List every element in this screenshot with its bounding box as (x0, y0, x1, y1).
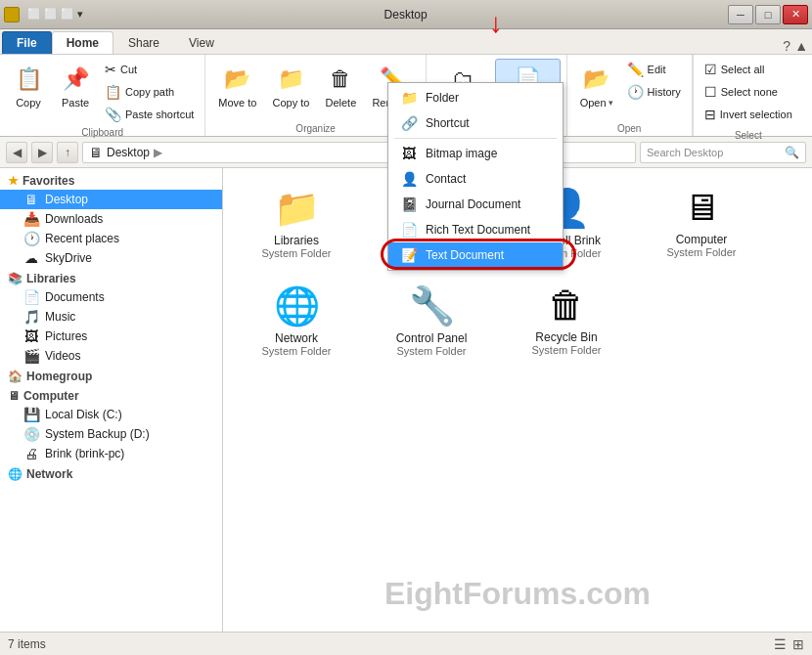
item-network[interactable]: 🌐 Network System Folder (233, 276, 360, 366)
libraries-section: 📚 Libraries 📄 Documents 🎵 Music 🖼 Pictur… (0, 270, 222, 366)
network-section: 🌐 Network (0, 465, 222, 483)
organize-label: Organize (295, 123, 336, 134)
copy-path-icon: 📋 (105, 84, 121, 100)
rich-text-icon: 📄 (400, 222, 418, 238)
main-area: ★ Favorites 🖥 Desktop 📥 Downloads 🕐 Rece… (0, 168, 812, 632)
sidebar-item-desktop[interactable]: 🖥 Desktop (0, 190, 222, 209)
maximize-button[interactable]: □ (755, 5, 781, 24)
recent-places-icon: 🕐 (23, 231, 39, 246)
copy-path-button[interactable]: 📋 Copy path (100, 81, 199, 103)
music-label: Music (45, 310, 75, 324)
path-text: Desktop (107, 146, 150, 159)
collapse-icon[interactable]: ▲ (794, 38, 808, 54)
open-button[interactable]: 📂 Open ▾ (573, 59, 620, 113)
window-icon (4, 7, 20, 22)
copy-to-icon: 📁 (275, 64, 306, 95)
open-content: 📂 Open ▾ ✏️ Edit 🕐 History (573, 59, 686, 121)
dropdown-item-text-doc[interactable]: 📝 Text Document (388, 242, 563, 268)
homegroup-header[interactable]: 🏠 Homegroup (0, 368, 222, 385)
title-bar-left: ⬜ ⬜ ⬜ ▾ (4, 7, 83, 22)
dropdown-item-rich-text[interactable]: 📄 Rich Text Document (388, 217, 563, 242)
clipboard-content: 📋 Copy 📌 Paste ✂ Cut 📋 Copy path 📎 Past (6, 59, 199, 125)
dropdown-item-journal[interactable]: 📓 Journal Document (388, 192, 563, 217)
copy-to-button[interactable]: 📁 Copy to (265, 59, 316, 113)
large-icons-button[interactable]: ⊞ (792, 636, 804, 652)
libraries-folder-icon: 📁 (274, 187, 320, 230)
clipboard-group: 📋 Copy 📌 Paste ✂ Cut 📋 Copy path 📎 Past (0, 55, 205, 136)
sidebar-item-videos[interactable]: 🎬 Videos (0, 346, 222, 366)
select-all-icon: ☑ (704, 62, 717, 77)
select-all-button[interactable]: ☑ Select all (699, 59, 797, 80)
up-button[interactable]: ↑ (57, 142, 78, 163)
paste-button[interactable]: 📌 Paste (53, 59, 98, 113)
move-to-button[interactable]: 📂 Move to (211, 59, 263, 113)
sidebar-item-downloads[interactable]: 📥 Downloads (0, 209, 222, 229)
sidebar-item-music[interactable]: 🎵 Music (0, 307, 222, 327)
paste-shortcut-button[interactable]: 📎 Paste shortcut (100, 104, 199, 125)
search-bar[interactable]: Search Desktop 🔍 (640, 142, 806, 163)
ribbon-tab-bar: File Home Share View Windows 8 ↓ ? ▲ (0, 29, 812, 55)
sidebar-item-local-disk[interactable]: 💾 Local Disk (C:) (0, 405, 222, 424)
item-network-type: System Folder (262, 345, 332, 357)
item-computer[interactable]: 🖥 Computer System Folder (638, 178, 765, 268)
favorites-header[interactable]: ★ Favorites (0, 172, 222, 190)
status-bar: 7 items ☰ ⊞ (0, 632, 812, 655)
sidebar-item-system-backup[interactable]: 💿 System Backup (D:) (0, 424, 222, 444)
computer-section: 🖥 Computer 💾 Local Disk (C:) 💿 System Ba… (0, 387, 222, 463)
quick-access-toolbar: ⬜ ⬜ ⬜ ▾ (27, 8, 83, 21)
computer-folder-icon: 🖥 (683, 187, 720, 229)
search-placeholder: Search Desktop (647, 147, 723, 158)
help-icon[interactable]: ? (783, 38, 790, 54)
invert-selection-icon: ⊟ (704, 107, 716, 122)
close-button[interactable]: ✕ (783, 5, 808, 24)
journal-icon: 📓 (400, 196, 418, 212)
tab-view[interactable]: View (174, 31, 229, 54)
edit-button[interactable]: ✏️ Edit (622, 59, 686, 80)
item-control-panel[interactable]: 🔧 Control Panel System Folder (368, 276, 495, 366)
sidebar-item-skydrive[interactable]: ☁ SkyDrive (0, 248, 222, 268)
libraries-header[interactable]: 📚 Libraries (0, 270, 222, 287)
skydrive-icon: ☁ (23, 250, 39, 266)
cut-button[interactable]: ✂ Cut (100, 59, 199, 80)
invert-selection-button[interactable]: ⊟ Invert selection (699, 104, 797, 125)
network-header[interactable]: 🌐 Network (0, 465, 222, 483)
videos-icon: 🎬 (23, 348, 39, 364)
downloads-icon: 📥 (23, 211, 39, 227)
delete-button[interactable]: 🗑 Delete (318, 59, 363, 113)
view-controls: ☰ ⊞ (774, 636, 804, 652)
sidebar-item-recent-places[interactable]: 🕐 Recent places (0, 229, 222, 248)
recycle-bin-icon: 🗑 (548, 284, 585, 327)
title-bar: ⬜ ⬜ ⬜ ▾ Desktop ─ □ ✕ (0, 0, 812, 29)
item-libraries[interactable]: 📁 Libraries System Folder (233, 178, 360, 268)
tab-file[interactable]: File (2, 31, 52, 54)
sidebar-item-documents[interactable]: 📄 Documents (0, 287, 222, 307)
window-title: Desktop (83, 8, 728, 22)
sidebar-item-brink[interactable]: 🖨 Brink (brink-pc) (0, 444, 222, 463)
items-count: 7 items (8, 637, 46, 651)
sidebar-item-pictures[interactable]: 🖼 Pictures (0, 327, 222, 346)
copy-button[interactable]: 📋 Copy (6, 59, 51, 113)
back-button[interactable]: ◀ (6, 142, 27, 163)
system-backup-label: System Backup (D:) (45, 427, 150, 441)
tab-home[interactable]: Home (52, 31, 113, 54)
computer-icon: 🖥 (8, 389, 20, 403)
minimize-button[interactable]: ─ (728, 5, 753, 24)
search-icon[interactable]: 🔍 (785, 146, 799, 159)
paste-icon: 📌 (60, 64, 91, 95)
clipboard-small-group: ✂ Cut 📋 Copy path 📎 Paste shortcut (100, 59, 199, 125)
details-view-button[interactable]: ☰ (774, 636, 787, 652)
item-libraries-type: System Folder (262, 247, 332, 259)
select-none-button[interactable]: ☐ Select none (699, 81, 797, 103)
select-label: Select (699, 130, 797, 141)
history-button[interactable]: 🕐 History (622, 81, 686, 103)
item-recycle-bin[interactable]: 🗑 Recycle Bin System Folder (503, 276, 630, 366)
clipboard-label: Clipboard (81, 127, 123, 138)
select-none-icon: ☐ (704, 84, 717, 100)
open-chevron: ▾ (609, 98, 613, 108)
computer-header[interactable]: 🖥 Computer (0, 387, 222, 405)
music-icon: 🎵 (23, 309, 39, 325)
tab-share[interactable]: Share (113, 31, 174, 54)
dropdown-item-contact[interactable]: 👤 Contact (388, 168, 563, 192)
forward-button[interactable]: ▶ (31, 142, 53, 163)
open-icon: 📂 (581, 64, 612, 95)
